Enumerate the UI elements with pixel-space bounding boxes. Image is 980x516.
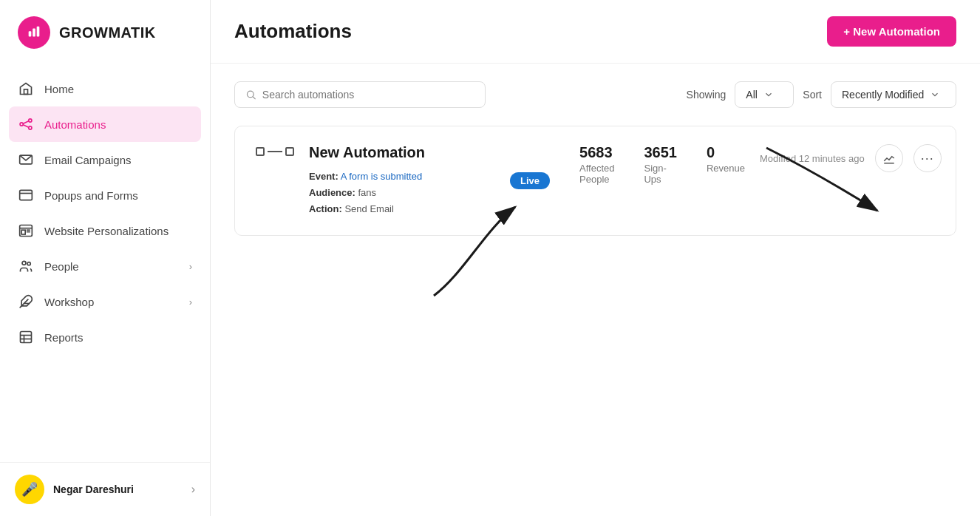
svg-point-5 xyxy=(29,119,32,122)
card-info: New Automation Event: A form is submitte… xyxy=(309,144,486,217)
sidebar-item-popups[interactable]: Popups and Forms xyxy=(0,177,210,213)
showing-label: Showing xyxy=(687,89,727,101)
stat-signups-label: Sign-Ups xyxy=(644,163,677,185)
sort-label: Sort xyxy=(803,89,822,101)
stat-revenue: 0 Revenue xyxy=(707,144,745,174)
email-icon xyxy=(18,152,34,168)
workshop-chevron-icon: › xyxy=(189,296,192,308)
svg-rect-10 xyxy=(20,190,33,200)
sidebar-item-reports[interactable]: Reports xyxy=(0,319,210,355)
automation-card: New Automation Event: A form is submitte… xyxy=(234,126,956,236)
popup-icon xyxy=(18,187,34,203)
search-input[interactable] xyxy=(262,89,474,101)
action-value: Send Email xyxy=(344,203,393,214)
search-icon xyxy=(245,89,256,101)
automations-icon xyxy=(18,116,34,132)
stat-signups: 3651 Sign-Ups xyxy=(644,144,677,185)
svg-line-26 xyxy=(253,97,255,99)
event-meta: Event: A form is submitted xyxy=(309,169,486,185)
svg-line-8 xyxy=(23,125,29,127)
card-stats: 5683 AffectedPeople 3651 Sign-Ups 0 Reve… xyxy=(579,144,745,185)
audience-value: fans xyxy=(358,187,376,198)
live-badge: Live xyxy=(510,172,550,189)
audience-meta: Audience: fans xyxy=(309,185,486,201)
flow-square-left xyxy=(256,147,265,156)
main-content: Automations + New Automation Showing All xyxy=(211,0,980,516)
reports-icon xyxy=(18,329,34,345)
stat-signups-value: 3651 xyxy=(644,144,677,161)
stat-affected-value: 5683 xyxy=(579,144,614,161)
people-chevron-icon: › xyxy=(189,261,192,272)
svg-rect-1 xyxy=(33,29,35,37)
event-label: Event: xyxy=(309,171,338,182)
people-icon xyxy=(18,258,34,274)
filter-bar: Showing All Sort Recently Modified xyxy=(234,81,956,108)
page-title: Automations xyxy=(234,20,352,43)
card-meta: Event: A form is submitted Audience: fan… xyxy=(309,169,486,217)
sidebar-item-people-label: People xyxy=(44,260,79,273)
ellipsis-icon: ··· xyxy=(921,151,934,166)
main-body: Showing All Sort Recently Modified xyxy=(211,64,980,516)
more-options-button[interactable]: ··· xyxy=(913,144,942,172)
sidebar-item-website[interactable]: Website Personalizations xyxy=(0,213,210,248)
flow-dash xyxy=(268,151,282,152)
chart-icon xyxy=(882,152,896,165)
chart-button[interactable] xyxy=(875,144,903,172)
user-name: Negar Dareshuri xyxy=(53,483,183,495)
card-right: Modified 12 minutes ago ··· xyxy=(760,144,942,172)
stat-affected-label: AffectedPeople xyxy=(579,163,614,185)
sidebar-item-home[interactable]: Home xyxy=(0,71,210,106)
page-header: Automations + New Automation xyxy=(211,0,980,64)
sidebar-nav: Home Automations xyxy=(0,65,210,462)
sidebar-item-email-label: Email Campaigns xyxy=(44,154,132,166)
svg-line-7 xyxy=(23,121,29,123)
modified-time: Modified 12 minutes ago xyxy=(760,153,865,164)
stat-revenue-label: Revenue xyxy=(707,163,745,174)
svg-point-4 xyxy=(20,123,23,126)
stat-revenue-value: 0 xyxy=(707,144,745,161)
showing-dropdown[interactable]: All xyxy=(735,81,794,108)
svg-point-18 xyxy=(27,262,30,265)
sidebar-item-people[interactable]: People › xyxy=(0,248,210,284)
logo-text: GROWMATIK xyxy=(59,24,156,41)
search-box[interactable] xyxy=(234,81,486,108)
sidebar-logo: GROWMATIK xyxy=(0,0,210,65)
sidebar-item-workshop-label: Workshop xyxy=(44,296,94,308)
svg-rect-21 xyxy=(21,332,32,343)
svg-rect-3 xyxy=(24,89,28,95)
svg-point-17 xyxy=(22,261,26,265)
web-icon xyxy=(18,223,34,239)
automation-card-wrapper: New Automation Event: A form is submitte… xyxy=(234,126,956,236)
sidebar-item-automations-label: Automations xyxy=(44,118,106,131)
new-automation-button[interactable]: + New Automation xyxy=(827,16,956,47)
sort-chevron-icon xyxy=(930,89,940,100)
card-flow-icon xyxy=(256,144,294,156)
stat-affected-people: 5683 AffectedPeople xyxy=(579,144,614,185)
avatar: 🎤 xyxy=(15,475,44,504)
chevron-down-icon xyxy=(763,89,774,100)
user-arrow-icon: › xyxy=(191,483,195,496)
action-meta: Action: Send Email xyxy=(309,201,486,217)
audience-label: Audience: xyxy=(309,187,355,198)
sidebar-item-workshop[interactable]: Workshop › xyxy=(0,284,210,319)
flow-square-right xyxy=(285,147,294,156)
sidebar-item-home-label: Home xyxy=(44,83,74,95)
svg-rect-0 xyxy=(29,31,32,36)
showing-value: All xyxy=(746,89,758,101)
sidebar-item-email-campaigns[interactable]: Email Campaigns xyxy=(0,142,210,177)
sidebar-item-automations[interactable]: Automations xyxy=(9,106,201,142)
automation-name: New Automation xyxy=(309,144,486,161)
svg-point-25 xyxy=(247,91,253,98)
filter-right: Showing All Sort Recently Modified xyxy=(687,81,956,108)
svg-point-6 xyxy=(29,126,32,129)
user-profile[interactable]: 🎤 Negar Dareshuri › xyxy=(0,462,210,516)
event-value[interactable]: A form is submitted xyxy=(341,171,423,182)
svg-rect-14 xyxy=(21,230,25,234)
action-label: Action: xyxy=(309,203,342,214)
sidebar-item-reports-label: Reports xyxy=(44,331,84,344)
workshop-icon xyxy=(18,293,34,310)
home-icon xyxy=(18,81,34,97)
sidebar-item-website-label: Website Personalizations xyxy=(44,225,169,237)
svg-rect-2 xyxy=(37,27,40,37)
sort-dropdown[interactable]: Recently Modified xyxy=(831,81,956,108)
